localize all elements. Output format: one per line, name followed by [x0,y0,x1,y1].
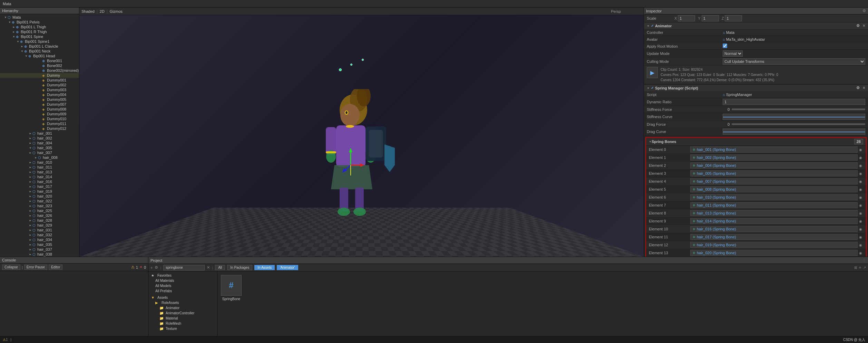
tree-item-bone002mirrored[interactable]: ⊕ Bone002(mirrored) [0,68,79,73]
eye-button[interactable]: ◉ [858,155,863,160]
inspector-content[interactable]: Scale X Y Z [644,15,868,257]
bone-ref[interactable]: ⊕ hair_020 (Spring Bone) [690,250,858,256]
tree-item-hair031[interactable]: ⬡ hair_031 [0,228,79,232]
drag-curve-field[interactable] [723,128,865,135]
tree-item-bip001spine1[interactable]: ⊕ Bip001 Spine1 [0,39,79,44]
tree-item-hair001[interactable]: ⬡ hair_001 [0,131,79,136]
spring-bone-row[interactable]: Element 4 ⊕ hair_007 (Spring Bone) ◉ [646,178,866,185]
tree-item-dummy011[interactable]: ◈ Dummy011 [0,121,79,126]
tree-item-bip001spine[interactable]: ⊕ Bip001 Spine [0,34,79,39]
eye-button[interactable]: ◉ [858,210,863,216]
bone-ref[interactable]: ⊕ hair_014 (Spring Bone) [690,218,858,224]
tree-item-bip001pelvis[interactable]: ⊕ Bip001 Pelvis [0,20,79,25]
tree-item-dummy010[interactable]: ◈ Dummy010 [0,116,79,121]
bone-ref[interactable]: ⊕ hair_002 (Spring Bone) [690,154,858,161]
animator-settings-icon[interactable]: ⚙ [856,23,860,28]
eye-button[interactable]: ◉ [858,250,863,256]
hierarchy-tree[interactable]: ⬡ Mata ⊕ Bip001 Pelvis ⊕ Bip001 L Thigh … [0,14,79,257]
tree-item-hair028[interactable]: ⬡ hair_028 [0,218,79,223]
animator-expand-icon[interactable] [647,24,650,28]
eye-button[interactable]: ◉ [858,163,863,168]
tree-item-bone002[interactable]: ⊕ Bone002 [0,63,79,68]
stiffness-force-slider[interactable] [732,108,865,110]
project-main[interactable]: # SpringBone [217,271,868,336]
tree-item-hair013[interactable]: ⬡ hair_013 [0,170,79,174]
tree-item-bip001lthigh[interactable]: ⊕ Bip001 L Thigh [0,25,79,29]
all-materials-item[interactable]: All Materials [148,278,217,283]
spring-bone-row[interactable]: Element 8 ⊕ hair_013 (Spring Bone) ◉ [646,209,866,217]
bone-ref[interactable]: ⊕ hair_008 (Spring Bone) [690,186,858,192]
tree-item-dummy[interactable]: ◈ Dummy [0,73,79,78]
eye-button[interactable]: ◉ [858,242,863,248]
spring-bones-expand-icon[interactable] [649,140,652,143]
tree-item-dummy001[interactable]: ◈ Dummy001 [0,78,79,83]
tree-item-hair029[interactable]: ⬡ hair_029 [0,223,79,228]
scale-x-input[interactable] [678,15,695,21]
tree-item-hair011[interactable]: ⬡ hair_011 [0,165,79,170]
apply-root-motion-checkbox[interactable] [723,44,727,48]
editor-button[interactable]: Editor [49,265,62,270]
bone-ref[interactable]: ⊕ hair_005 (Spring Bone) [690,170,858,177]
tree-item-hair017[interactable]: ⬡ hair_017 [0,184,79,189]
tree-item-dummy005[interactable]: ◈ Dummy005 [0,97,79,102]
bone-ref[interactable]: ⊕ hair_011 (Spring Bone) [690,202,858,208]
all-models-item[interactable]: All Models [148,283,217,288]
tree-item-hair032[interactable]: ⬡ hair_032 [0,232,79,237]
tree-item-hair010[interactable]: ⬡ hair_010 [0,160,79,165]
tree-item-hair016[interactable]: ⬡ hair_016 [0,179,79,184]
update-mode-select[interactable]: Normal [723,50,743,57]
roleassets-folder[interactable]: ▶ RoleAssets [148,300,217,305]
bone-ref[interactable]: ⊕ hair_013 (Spring Bone) [690,210,858,216]
bone-ref[interactable]: ⊕ hair_017 (Spring Bone) [690,234,858,240]
eye-button[interactable]: ◉ [858,202,863,208]
tree-item-dummy008[interactable]: ◈ Dummy008 [0,107,79,112]
scale-y-input[interactable] [702,15,719,21]
bone-ref[interactable]: ⊕ hair_016 (Spring Bone) [690,226,858,232]
spring-bone-row[interactable]: Element 10 ⊕ hair_016 (Spring Bone) ◉ [646,225,866,233]
tree-item-hair037[interactable]: ⬡ hair_037 [0,247,79,252]
project-sidebar[interactable]: ★ Favorites All Materials All Models All… [148,271,217,336]
tree-item-dummy009[interactable]: ◈ Dummy009 [0,112,79,116]
rolemesh-folder[interactable]: 📁 RoleMesh [148,321,217,326]
filter-packages-button[interactable]: In Packages [227,265,252,270]
tree-item-dummy002[interactable]: ◈ Dummy002 [0,83,79,87]
spring-bone-row[interactable]: Element 12 ⊕ hair_019 (Spring Bone) ◉ [646,241,866,249]
tree-item-hair005[interactable]: ⬡ hair_005 [0,145,79,150]
scale-z-input[interactable] [725,15,742,21]
drag-force-slider[interactable] [732,123,865,125]
tree-item-dummy004[interactable]: ◈ Dummy004 [0,92,79,97]
scene-view[interactable] [79,15,644,257]
spring-manager-check-icon[interactable]: ✓ [651,86,654,90]
eye-button[interactable]: ◉ [858,226,863,232]
spring-bone-row[interactable]: Element 13 ⊕ hair_020 (Spring Bone) ◉ [646,249,866,257]
spring-bone-row[interactable]: Element 5 ⊕ hair_008 (Spring Bone) ◉ [646,185,866,193]
spring-bone-row[interactable]: Element 6 ⊕ hair_010 (Spring Bone) ◉ [646,193,866,201]
tree-item-bip001lclavicle[interactable]: ⊕ Bip001 L Clavicle [0,44,79,49]
eye-button[interactable]: ◉ [858,194,863,200]
bone-ref[interactable]: ⊕ hair_019 (Spring Bone) [690,242,858,248]
tree-item-hair026[interactable]: ⬡ hair_026 [0,213,79,218]
tree-item-bip001neck[interactable]: ⊕ Bip001 Neck [0,49,79,54]
tree-item-dummy007[interactable]: ◈ Dummy007 [0,102,79,107]
tree-item-hair038[interactable]: ⬡ hair_038 [0,252,79,257]
texture-folder[interactable]: 📁 Texture [148,326,217,331]
bone-ref[interactable]: ⊕ hair_007 (Spring Bone) [690,178,858,184]
spring-bone-row[interactable]: Element 1 ⊕ hair_002 (Spring Bone) ◉ [646,154,866,162]
bone-ref[interactable]: ⊕ hair_001 (Spring Bone) [690,146,858,153]
tree-item-bip001rthigh[interactable]: ⊕ Bip001 R Thigh [0,29,79,34]
spring-bone-row[interactable]: Element 0 ⊕ hair_001 (Spring Bone) ◉ [646,146,866,154]
animatorcontroller-folder[interactable]: 📁 AnimatorController [148,311,217,316]
collapse-button[interactable]: Collapse [2,265,20,270]
eye-button[interactable]: ◉ [858,234,863,240]
eye-button[interactable]: ◉ [858,179,863,184]
tree-item-hair020[interactable]: ⬡ hair_020 [0,194,79,199]
tree-item-hair019[interactable]: ⬡ hair_019 [0,189,79,194]
tree-item-hair002[interactable]: ⬡ hair_002 [0,136,79,141]
tree-item-dummy012[interactable]: ◈ Dummy012 [0,126,79,131]
error-pause-button[interactable]: Error Pause [24,265,47,270]
eye-button[interactable]: ◉ [858,187,863,192]
tree-item-mata[interactable]: ⬡ Mata [0,15,79,20]
tree-item-hair007[interactable]: ⬡ hair_007 [0,150,79,155]
spring-bone-row[interactable]: Element 2 ⊕ hair_004 (Spring Bone) ◉ [646,162,866,170]
tree-item-hair023[interactable]: ⬡ hair_023 [0,203,79,208]
